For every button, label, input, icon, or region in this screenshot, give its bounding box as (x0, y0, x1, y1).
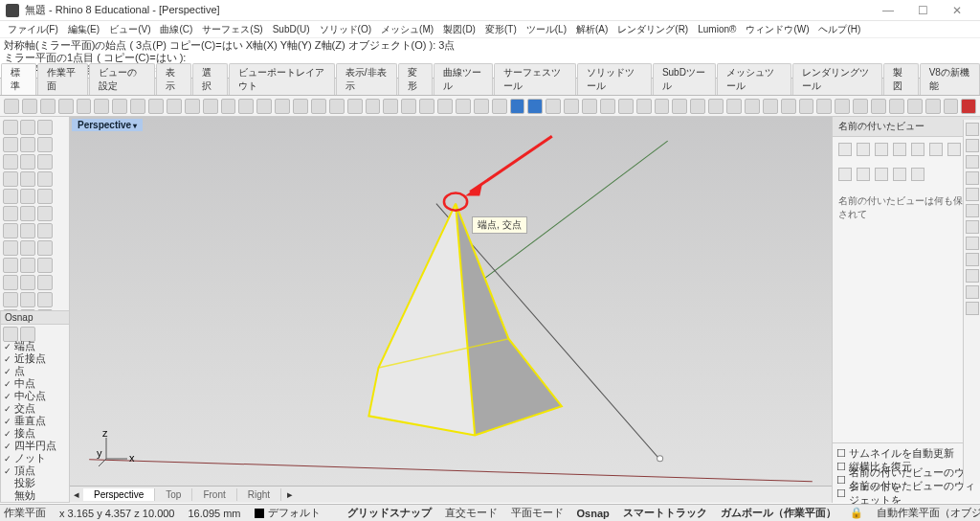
toolbar-button-icon[interactable] (853, 99, 868, 114)
status-planar[interactable]: 平面モード (511, 506, 564, 520)
workspace-tab[interactable]: サーフェスツール (494, 63, 576, 95)
toolbar-button-icon[interactable] (275, 99, 290, 114)
tool-button-icon[interactable] (37, 171, 53, 187)
workspace-tab[interactable]: ソリッドツール (577, 63, 652, 95)
toolbar-button-icon[interactable] (961, 99, 976, 114)
menu-item[interactable]: 編集(E) (64, 23, 103, 36)
toolbar-button-icon[interactable] (167, 99, 182, 114)
toolbar-button-icon[interactable] (22, 99, 37, 114)
toolbar-button-icon[interactable] (437, 99, 453, 114)
tool-button-icon[interactable] (3, 292, 18, 307)
tool-button-icon[interactable] (20, 275, 35, 290)
down-icon[interactable] (947, 143, 961, 156)
status-smarttrack[interactable]: スマートトラック (623, 507, 707, 518)
toolbar-button-icon[interactable] (835, 99, 850, 114)
tool-button-icon[interactable] (37, 240, 53, 256)
toolbar-button-icon[interactable] (510, 99, 525, 114)
workspace-tab[interactable]: 変形 (398, 63, 434, 95)
toolbar-button-icon[interactable] (203, 99, 218, 114)
tool-button-icon[interactable] (3, 171, 18, 187)
menu-item[interactable]: ビュー(V) (105, 23, 154, 36)
workspace-tab[interactable]: 曲線ツール (434, 63, 492, 95)
tool-button-icon[interactable] (37, 154, 53, 170)
toolbar-button-icon[interactable] (293, 99, 308, 114)
tool-button-icon[interactable] (3, 206, 18, 221)
status-ortho[interactable]: 直交モード (445, 506, 498, 520)
workspace-tab[interactable]: 選択 (192, 63, 228, 95)
minimize-button[interactable]: — (871, 4, 905, 17)
toolbar-button-icon[interactable] (40, 99, 56, 114)
tool-button-icon[interactable] (3, 223, 18, 238)
menu-item[interactable]: Lumion® (694, 24, 740, 34)
toolbar-button-icon[interactable] (564, 99, 579, 114)
workspace-tab[interactable]: V8の新機能 (920, 63, 980, 95)
side-tab-icon[interactable] (966, 188, 979, 201)
toolbar-button-icon[interactable] (708, 99, 724, 114)
toolbar-button-icon[interactable] (799, 99, 814, 114)
side-tab-icon[interactable] (966, 155, 979, 169)
toolbar-button-icon[interactable] (527, 99, 543, 114)
workspace-tab[interactable]: 製図 (883, 63, 919, 95)
toolbar-button-icon[interactable] (347, 99, 363, 114)
tool-button-icon[interactable] (20, 206, 35, 221)
toolbar-button-icon[interactable] (58, 99, 74, 114)
toolbar-button-icon[interactable] (889, 99, 904, 114)
toolbar-button-icon[interactable] (582, 99, 597, 114)
save-icon[interactable] (911, 143, 924, 156)
workspace-tab[interactable]: メッシュツール (717, 63, 791, 95)
eye-icon[interactable] (838, 168, 852, 181)
menu-item[interactable]: ツール(L) (523, 23, 570, 36)
delete-icon[interactable] (857, 143, 870, 156)
menu-item[interactable]: 解析(A) (572, 23, 612, 36)
side-tab-icon[interactable] (966, 237, 979, 250)
folder-icon[interactable] (893, 143, 906, 156)
tool-button-icon[interactable] (20, 154, 35, 170)
toolbar-button-icon[interactable] (366, 99, 381, 114)
toolbar-button-icon[interactable] (690, 99, 705, 114)
status-gridsnap[interactable]: グリッドスナップ (347, 507, 432, 518)
workspace-tab[interactable]: SubDツール (653, 63, 716, 95)
viewport-tab[interactable]: Right (237, 488, 281, 501)
toolbar-button-icon[interactable] (600, 99, 615, 114)
workspace-tab[interactable]: 表示/非表示 (336, 63, 397, 95)
tool-button-icon[interactable] (37, 275, 53, 290)
tool-button-icon[interactable] (37, 223, 53, 238)
tool-button-icon[interactable] (20, 189, 35, 204)
tool-button-icon[interactable] (20, 240, 35, 256)
tool-button-icon[interactable] (37, 189, 53, 204)
side-tab-icon[interactable] (966, 204, 979, 217)
menu-item[interactable]: ファイル(F) (4, 23, 62, 36)
toolbar-button-icon[interactable] (781, 99, 796, 114)
help-icon[interactable] (911, 168, 924, 181)
menu-item[interactable]: SubD(U) (269, 24, 314, 34)
tool-button-icon[interactable] (20, 292, 35, 307)
toolbar-button-icon[interactable] (907, 99, 923, 114)
workspace-tab[interactable]: レンダリングツール (792, 63, 883, 95)
toolbar-button-icon[interactable] (456, 99, 471, 114)
toolbar-button-icon[interactable] (185, 99, 200, 114)
side-tab-icon[interactable] (966, 220, 979, 234)
toolbar-button-icon[interactable] (148, 99, 164, 114)
side-tab-icon[interactable] (966, 269, 979, 283)
copy-icon[interactable] (875, 143, 888, 156)
toolbar-button-icon[interactable] (77, 99, 92, 114)
workspace-tab[interactable]: ビューポートレイアウト (229, 63, 335, 95)
toolbar-button-icon[interactable] (130, 99, 145, 114)
side-tab-icon[interactable] (966, 171, 979, 185)
menu-item[interactable]: ソリッド(O) (316, 23, 375, 36)
toolbar-button-icon[interactable] (726, 99, 742, 114)
side-tab-icon[interactable] (966, 302, 979, 315)
osnap-checkbox[interactable]: 無効 (1, 489, 69, 502)
workspace-tab[interactable]: 標準 (1, 63, 36, 95)
tool-button-icon[interactable] (20, 258, 35, 273)
maximize-button[interactable]: ☐ (905, 4, 940, 17)
tool-button-icon[interactable] (3, 240, 18, 256)
list-icon[interactable] (893, 168, 906, 181)
tool-button-icon[interactable] (37, 137, 53, 152)
status-osnap[interactable]: Osnap (577, 508, 610, 519)
tool-button-icon[interactable] (3, 189, 18, 204)
tool-button-icon[interactable] (37, 120, 53, 135)
toolbar-button-icon[interactable] (311, 99, 326, 114)
osnap-checkbox[interactable]: ✓近接点 (1, 352, 69, 365)
workspace-tab[interactable]: 作業平面 (37, 63, 88, 95)
